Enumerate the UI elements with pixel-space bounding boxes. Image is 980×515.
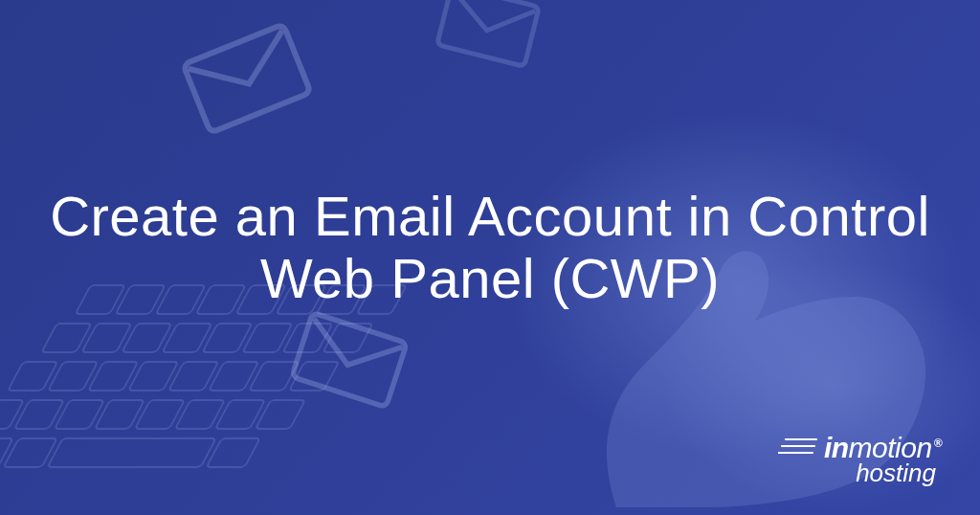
svg-rect-19 [128, 362, 178, 391]
svg-rect-29 [175, 400, 225, 429]
svg-rect-22 [249, 362, 299, 391]
svg-rect-21 [209, 362, 258, 391]
svg-rect-8 [41, 324, 91, 352]
svg-rect-15 [323, 324, 372, 352]
svg-rect-36 [183, 24, 310, 132]
envelope-icon [287, 307, 411, 413]
svg-rect-35 [207, 438, 260, 467]
hero-title: Create an Email Account in Control Web P… [0, 186, 980, 310]
svg-rect-20 [168, 362, 218, 391]
svg-rect-28 [135, 400, 185, 429]
svg-rect-27 [95, 400, 145, 429]
registered-mark: ® [934, 437, 942, 450]
svg-rect-10 [122, 324, 171, 352]
svg-rect-30 [215, 400, 265, 429]
logo-prefix: in [824, 432, 849, 463]
svg-rect-25 [14, 400, 64, 429]
svg-rect-13 [242, 324, 292, 352]
svg-rect-37 [437, 0, 540, 66]
logo-subtitle: hosting [856, 459, 936, 488]
speed-lines-icon [778, 437, 818, 459]
envelope-icon [178, 18, 316, 140]
envelope-icon [434, 0, 544, 72]
svg-rect-11 [162, 324, 212, 352]
svg-rect-26 [55, 400, 104, 429]
svg-rect-18 [88, 362, 138, 391]
svg-rect-17 [48, 362, 98, 391]
keyboard-silhouette [0, 276, 479, 515]
svg-rect-32 [0, 438, 13, 467]
svg-rect-38 [292, 313, 407, 408]
svg-rect-16 [8, 362, 57, 391]
svg-rect-34 [48, 438, 216, 467]
hero-banner: Create an Email Account in Control Web P… [0, 0, 980, 515]
svg-rect-23 [289, 362, 339, 391]
svg-rect-24 [0, 400, 24, 429]
svg-rect-33 [4, 438, 57, 467]
brand-logo: inmotion® hosting [778, 432, 942, 488]
svg-rect-12 [202, 324, 252, 352]
svg-rect-14 [282, 324, 332, 352]
svg-rect-9 [81, 324, 131, 352]
svg-rect-31 [256, 400, 305, 429]
